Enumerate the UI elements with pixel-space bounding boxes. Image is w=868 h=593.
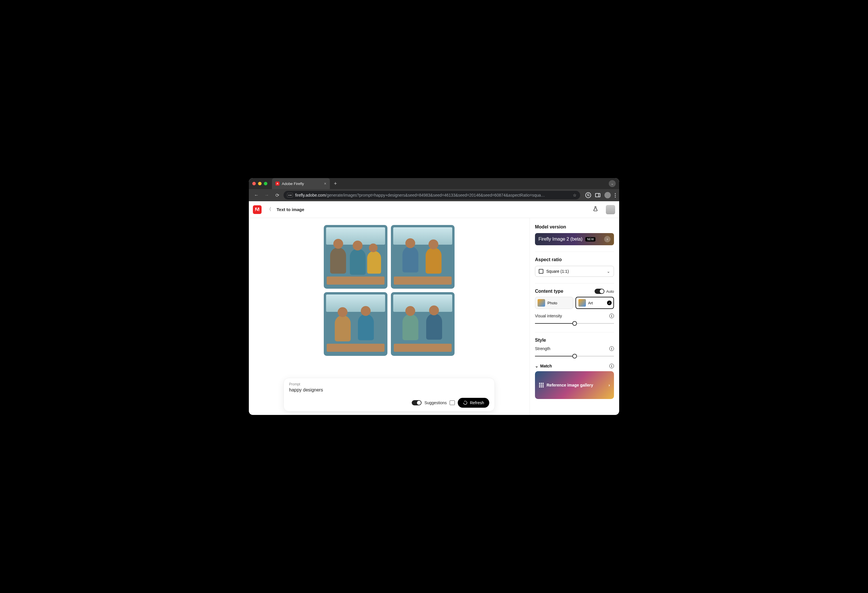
refresh-button-label: Refresh [470,401,484,405]
nav-forward-icon[interactable]: → [263,192,271,198]
info-icon[interactable]: i [609,314,614,318]
reference-gallery-label: Reference image gallery [546,383,593,387]
chevron-right-icon: › [608,383,610,387]
prompt-card: Prompt Suggestions Refresh [283,378,495,411]
new-tab-button[interactable]: + [334,181,337,187]
model-version-selector[interactable]: Firefly Image 2 (beta) NEW › [535,233,614,245]
site-settings-icon[interactable]: ⊶ [287,193,293,197]
refresh-button[interactable]: Refresh [458,398,489,408]
browser-tab[interactable]: A Adobe Firefly × [272,178,330,189]
divider [535,283,614,284]
window-maximize-icon[interactable] [264,182,267,185]
chevron-down-icon: ⌄ [607,269,610,274]
content-type-art-label: Art [588,301,593,305]
title-bar: A Adobe Firefly × + ⌄ [249,178,619,189]
side-panel-icon[interactable] [595,193,600,197]
main-panel: Prompt Suggestions Refresh [249,218,530,415]
match-collapse-toggle[interactable]: ⌄ Match [535,364,552,368]
divider [535,251,614,252]
content-type-heading: Content type [535,289,563,294]
result-image-3[interactable] [324,292,387,356]
aspect-ratio-heading: Aspect ratio [535,257,614,262]
refresh-icon [463,401,468,405]
content-type-art[interactable]: Art ✓ [576,297,614,309]
google-account-icon[interactable] [585,192,591,198]
window-close-icon[interactable] [252,182,256,185]
grid-icon [539,383,544,387]
photo-thumb-icon [537,299,545,307]
result-image-2[interactable] [391,225,455,289]
info-icon[interactable]: i [609,364,614,368]
reference-image-gallery[interactable]: Reference image gallery › [535,371,614,399]
chevron-right-icon: › [604,236,611,243]
prompt-label: Prompt [289,382,489,386]
square-aspect-icon [539,269,543,274]
tab-title: Adobe Firefly [282,182,304,186]
strength-label: Strength [535,346,550,351]
settings-sidebar: Model version Firefly Image 2 (beta) NEW… [530,218,619,415]
browser-menu-icon[interactable] [615,193,616,197]
divider [535,332,614,333]
main-content: Prompt Suggestions Refresh Model version [249,218,619,415]
model-version-name: Firefly Image 2 (beta) [539,237,582,242]
style-heading: Style [535,338,614,343]
nav-reload-icon[interactable]: ⟳ [273,192,281,198]
match-label: Match [540,364,552,368]
url-domain: firefly.adobe.com [295,193,326,197]
bookmark-star-icon[interactable]: ☆ [573,193,577,197]
traffic-lights [252,182,267,185]
suggestions-toggle[interactable] [412,400,422,405]
visual-intensity-slider[interactable] [535,321,614,326]
url-path: /generate/images?prompt=happy+designers&… [326,193,545,197]
nav-back-icon[interactable]: ← [252,192,260,198]
image-results-grid [324,225,455,356]
new-badge: NEW [585,237,595,241]
result-image-1[interactable] [324,225,387,289]
result-image-4[interactable] [391,292,455,356]
prompt-input[interactable] [289,387,489,393]
labs-beaker-icon[interactable] [593,206,598,213]
window-minimize-icon[interactable] [258,182,261,185]
tab-overflow-icon[interactable]: ⌄ [609,180,616,187]
app-header: 〈 Text to image [249,201,619,218]
browser-window: A Adobe Firefly × + ⌄ ← → ⟳ ⊶ firefly.ad… [249,178,619,415]
aspect-ratio-select[interactable]: Square (1:1) ⌄ [535,266,614,277]
url-bar: ← → ⟳ ⊶ firefly.adobe.com/generate/image… [249,189,619,201]
auto-label: Auto [606,289,614,294]
styles-preset-icon[interactable] [450,401,455,405]
info-icon[interactable]: i [609,346,614,351]
page-title: Text to image [277,207,304,212]
strength-slider[interactable] [535,354,614,358]
model-version-heading: Model version [535,225,614,229]
check-icon: ✓ [607,300,612,305]
profile-avatar-icon[interactable] [604,192,611,198]
chevron-down-icon: ⌄ [535,364,539,368]
suggestions-label: Suggestions [424,401,447,405]
auto-content-type-toggle[interactable] [595,289,604,294]
aspect-ratio-value: Square (1:1) [546,269,569,274]
app-back-button[interactable]: 〈 [266,205,273,214]
address-bar[interactable]: ⊶ firefly.adobe.com/generate/images?prom… [283,191,580,200]
art-thumb-icon [579,299,586,307]
tab-close-icon[interactable]: × [324,181,326,186]
tab-favicon-icon: A [275,182,279,186]
content-type-photo-label: Photo [548,301,557,305]
visual-intensity-label: Visual intensity [535,314,562,318]
adobe-logo-icon[interactable] [253,205,261,214]
content-type-photo[interactable]: Photo [535,297,573,309]
browser-toolbar-icons [585,192,616,198]
user-avatar[interactable] [606,205,615,214]
